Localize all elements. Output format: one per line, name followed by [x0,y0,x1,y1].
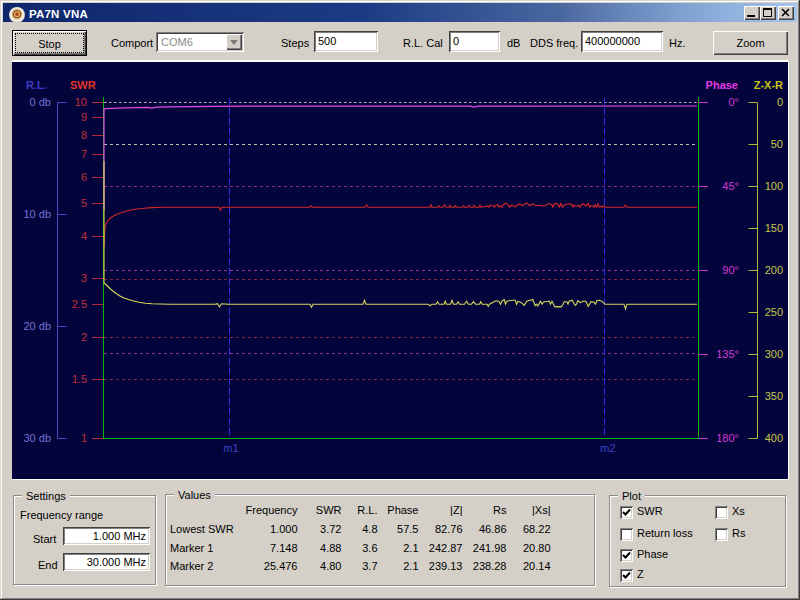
svg-text:400: 400 [765,432,783,444]
svg-text:2: 2 [81,331,87,343]
svg-text:m2: m2 [600,442,615,454]
svg-text:4: 4 [81,230,87,242]
svg-text:90°: 90° [722,264,739,276]
svg-text:20 db: 20 db [23,320,51,332]
svg-text:9: 9 [81,111,87,123]
svg-text:50: 50 [771,138,783,150]
svg-text:250: 250 [765,306,783,318]
svg-text:m1: m1 [223,442,238,454]
svg-text:Z-X-R: Z-X-R [754,79,783,91]
svg-text:Phase: Phase [706,79,738,91]
svg-text:0: 0 [777,96,783,108]
svg-text:350: 350 [765,390,783,402]
svg-text:10 db: 10 db [23,208,51,220]
svg-text:3: 3 [81,272,87,284]
svg-text:SWR: SWR [70,79,96,91]
svg-text:45°: 45° [722,180,739,192]
svg-text:300: 300 [765,348,783,360]
svg-text:200: 200 [765,264,783,276]
svg-text:0 db: 0 db [30,96,51,108]
svg-text:1.5: 1.5 [72,373,87,385]
svg-text:8: 8 [81,129,87,141]
svg-text:30 db: 30 db [23,432,51,444]
svg-text:5: 5 [81,197,87,209]
svg-text:135°: 135° [716,348,739,360]
svg-text:2.5: 2.5 [72,298,87,310]
svg-text:6: 6 [81,171,87,183]
svg-text:0°: 0° [728,96,739,108]
svg-text:10: 10 [75,96,87,108]
svg-text:1: 1 [81,432,87,444]
svg-text:7: 7 [81,148,87,160]
svg-text:180°: 180° [716,432,739,444]
svg-text:100: 100 [765,180,783,192]
svg-text:R.L.: R.L. [26,79,47,91]
svg-text:150: 150 [765,222,783,234]
